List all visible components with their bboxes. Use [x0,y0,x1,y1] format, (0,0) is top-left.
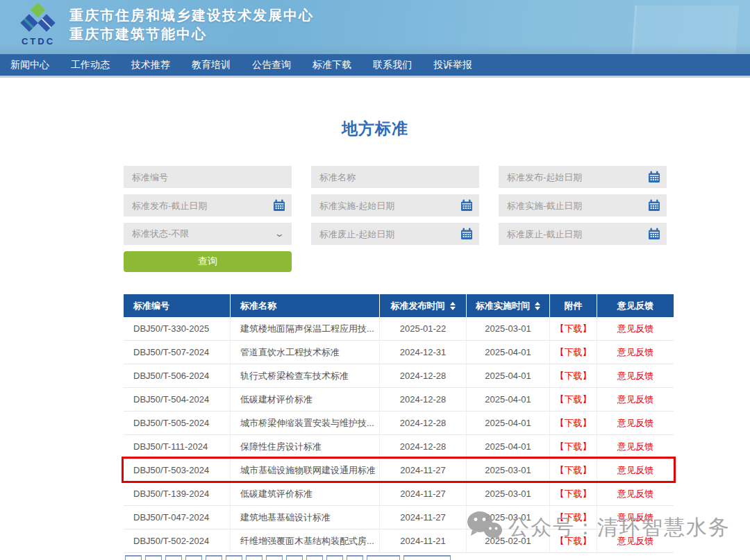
download-link[interactable]: 【下载】 [556,323,592,335]
standard-name-cell: 建筑地基基础设计标准 [231,506,380,529]
feedback-link[interactable]: 意见反馈 [617,393,653,406]
page-button[interactable] [125,555,142,560]
download-link[interactable]: 【下载】 [556,346,592,359]
feedback-link[interactable]: 意见反馈 [617,417,653,430]
publish-date-cell: 2024-12-28 [380,388,467,411]
header-publish-date[interactable]: 标准发布时间 [380,294,467,317]
download-link[interactable]: 【下载】 [556,370,592,382]
page-button[interactable] [165,555,182,560]
nav-item-2[interactable]: 技术推荐 [131,59,170,71]
calendar-icon[interactable] [648,199,660,212]
page-button[interactable] [185,555,202,560]
implement-start-date-input[interactable] [311,194,479,217]
download-link[interactable]: 【下载】 [556,535,592,548]
standard-name-field [311,166,479,188]
download-link[interactable]: 【下载】 [556,441,592,453]
query-button[interactable]: 查询 [124,251,292,272]
download-link[interactable]: 【下载】 [556,511,592,524]
calendar-icon[interactable] [460,228,473,240]
implement-date-cell: 2025-04-01 [467,411,550,434]
logo-diamond-left [20,14,38,31]
nav-item-7[interactable]: 投诉举报 [433,59,472,71]
nav-item-0[interactable]: 新闻中心 [10,59,49,71]
sort-icon[interactable] [450,302,456,310]
page-button[interactable] [266,555,283,560]
calendar-icon[interactable] [648,228,660,240]
page-button[interactable] [306,555,323,560]
feedback-link[interactable]: 意见反馈 [617,464,653,477]
table-row-5: DBJ50/T-111-2024 保障性住房设计标准 2024-12-28 20… [124,435,674,459]
page-button[interactable] [246,555,262,560]
page-title: 地方标准 [0,118,750,139]
implement-end-date-input[interactable] [499,194,667,217]
page-root: CTDC 重庆市住房和城乡建设技术发展中心 重庆市建筑节能中心 新闻中心工作动态… [0,0,750,560]
abolish-start-date-input[interactable] [311,223,479,245]
standard-code-cell: DBJ50/T-507-2024 [124,341,231,364]
publish-end-date-input[interactable] [124,194,292,217]
site-title-line2: 重庆市建筑节能中心 [69,25,314,44]
logo-diamond-right [38,14,55,31]
header-implement-date[interactable]: 标准实施时间 [467,294,550,317]
download-link[interactable]: 【下载】 [556,488,592,500]
page-last-button[interactable] [403,555,451,560]
main-nav: 新闻中心工作动态技术推荐教育培训公告查询标准下载联系我们投诉举报 [0,54,750,78]
page-button[interactable] [286,555,303,560]
standard-code-cell: DBJ50/T-503-2024 [124,459,231,482]
page-button[interactable] [326,555,343,560]
page-button[interactable] [206,555,222,560]
standard-name-cell: 城市桥梁伸缩装置安装与维护技... [231,411,380,434]
feedback-link[interactable]: 意见反馈 [617,346,653,359]
implement-start-date-field [311,194,479,217]
pagination [125,555,451,560]
page-button[interactable] [347,555,363,560]
page-button[interactable] [226,555,242,560]
nav-item-1[interactable]: 工作动态 [71,59,110,71]
implement-date-cell: 2025-04-01 [467,364,550,387]
abolish-end-date-input[interactable] [499,223,667,245]
calendar-icon[interactable] [460,199,473,212]
download-link[interactable]: 【下载】 [556,464,592,477]
download-link[interactable]: 【下载】 [556,417,592,430]
nav-item-5[interactable]: 标准下载 [312,59,351,71]
sort-icon[interactable] [535,302,540,310]
standard-code-field [124,166,292,188]
logo-acronym: CTDC [17,36,59,46]
standard-code-cell: DBJ50/T-505-2024 [124,411,231,434]
page-button[interactable] [145,555,162,560]
feedback-link[interactable]: 意见反馈 [617,370,653,382]
feedback-link[interactable]: 意见反馈 [617,441,653,453]
search-form: 标准状态-不限 ⌄ [124,166,667,245]
feedback-link[interactable]: 意见反馈 [617,511,653,524]
standard-status-select[interactable]: 标准状态-不限 ⌄ [124,223,292,245]
standard-code-cell: DBJ50/T-502-2024 [124,529,231,552]
feedback-link[interactable]: 意见反馈 [617,323,653,335]
site-title-line1: 重庆市住房和城乡建设技术发展中心 [69,6,314,25]
implement-date-cell: 2025-04-01 [467,435,550,458]
standard-status-value: 标准状态-不限 [132,228,276,240]
standard-code-input[interactable] [124,166,292,188]
standard-name-input[interactable] [311,166,479,188]
table-row-2: DBJ50/T-506-2024 轨行式桥梁检查车技术标准 2024-12-28… [124,364,674,388]
feedback-link[interactable]: 意见反馈 [617,535,653,548]
header-attachment: 附件 [550,294,597,317]
standard-name-cell: 保障性住房设计标准 [231,435,380,458]
calendar-icon[interactable] [648,171,660,183]
table-body: DBJ50/T-330-2025 建筑楼地面隔声保温工程应用技... 2025-… [124,317,674,553]
page-next-button[interactable] [367,555,400,560]
table-row-7: DBJ50/T-139-2024 低碳建筑评价标准 2024-11-27 202… [124,482,674,506]
standard-code-cell: DBJ50/T-506-2024 [124,364,231,387]
publish-start-date-input[interactable] [499,166,667,188]
site-logo: CTDC [17,3,59,51]
publish-date-cell: 2024-11-27 [380,506,467,529]
standard-name-cell: 城市基础设施物联网建设通用标准 [231,459,380,482]
nav-item-6[interactable]: 联系我们 [373,59,412,71]
nav-item-3[interactable]: 教育培训 [192,59,231,71]
standard-name-cell: 轨行式桥梁检查车技术标准 [231,364,380,387]
table-header-row: 标准编号 标准名称 标准发布时间 标准实施时间 附件 意见反馈 [124,294,674,317]
feedback-link[interactable]: 意见反馈 [617,488,653,500]
publish-date-cell: 2025-01-22 [380,317,467,340]
nav-item-4[interactable]: 公告查询 [252,59,291,71]
download-link[interactable]: 【下载】 [556,393,592,406]
calendar-icon[interactable] [273,199,285,212]
standard-name-cell: 纤维增强覆面木基结构装配式房... [231,529,380,552]
